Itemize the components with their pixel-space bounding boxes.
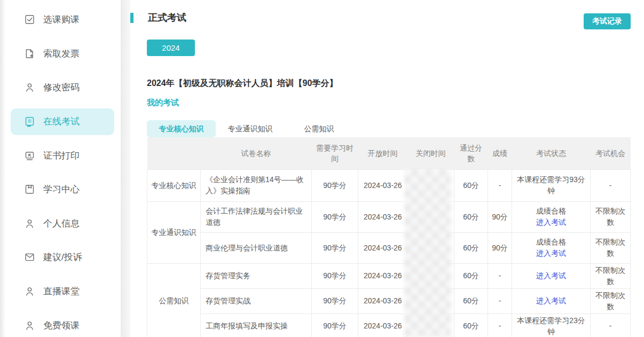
study-time-cell: 90学分	[312, 169, 358, 201]
open-time-cell: 2024-03-26	[358, 232, 407, 263]
exam-name-cell: 存货管理实务	[201, 263, 312, 288]
exam-chances-cell: 不限制次数	[591, 232, 631, 263]
column-header: 考试状态	[512, 137, 591, 169]
certificate-icon	[24, 150, 35, 161]
sidebar-item-免费领课[interactable]: 免费领课	[5, 308, 121, 337]
sidebar-item-证书打印[interactable]: 证书打印	[5, 138, 121, 173]
exam-table: 试卷名称需要学习时间开放时间关闭时间通过分数成绩考试状态考试机会 专业核心知识《…	[147, 137, 631, 337]
user-icon	[24, 82, 35, 93]
status-text: 成绩合格	[514, 237, 588, 248]
exam-chances-cell: 不限制次数	[591, 288, 631, 314]
status-text: 本课程还需学习23分钟	[514, 315, 588, 337]
open-time-cell: 2024-03-26	[358, 169, 407, 201]
tab-专业通识知识[interactable]: 专业通识知识	[216, 120, 285, 137]
pass-score-cell: 60分	[454, 314, 488, 337]
sidebar-item-pill: 建议/投诉	[11, 244, 114, 271]
sidebar-item-label: 在线考试	[43, 115, 80, 128]
user-icon	[24, 218, 35, 229]
group-cell: 公需知识	[147, 263, 201, 337]
sidebar-item-索取发票[interactable]: 索取发票	[5, 37, 121, 71]
sidebar-item-pill: 在线考试	[11, 108, 114, 135]
table-row: 专业核心知识《企业会计准则第14号——收入》实操指南90学分2024-03-26…	[147, 169, 631, 201]
sidebar-item-label: 建议/投诉	[43, 251, 82, 263]
open-time-cell: 2024-03-26	[358, 288, 407, 314]
table-row: 公需知识存货管理实务90学分2024-03-2660分-进入考试不限制次数	[147, 263, 631, 288]
exam-name-cell: 《企业会计准则第14号——收入》实操指南	[201, 169, 312, 201]
exam-chances-cell: -	[591, 169, 631, 201]
score-cell: -	[488, 288, 512, 314]
sidebar-item-选课购课[interactable]: 选课购课	[5, 3, 121, 37]
mail-icon	[24, 252, 35, 263]
sidebar-item-pill: 学习中心	[11, 176, 114, 203]
exam-table-head: 试卷名称需要学习时间开放时间关闭时间通过分数成绩考试状态考试机会	[147, 137, 631, 169]
study-time-cell: 90学分	[312, 201, 358, 232]
score-cell: 90分	[488, 201, 512, 232]
exam-status-cell: 进入考试	[512, 263, 591, 288]
exam-name-cell: 会计工作法律法规与会计职业道德	[201, 201, 312, 232]
user-icon	[24, 286, 35, 297]
study-time-cell: 90学分	[312, 263, 358, 288]
sidebar-item-个人信息[interactable]: 个人信息	[5, 207, 121, 241]
open-time-cell: 2024-03-26	[358, 314, 407, 337]
status-text: 成绩合格	[514, 206, 588, 217]
sidebar-item-label: 修改密码	[43, 81, 80, 93]
tab-公需知识[interactable]: 公需知识	[285, 120, 354, 137]
open-time-cell: 2024-03-26	[358, 263, 407, 288]
score-cell: -	[488, 314, 512, 337]
enter-exam-link[interactable]: 进入考试	[514, 295, 588, 307]
column-header: 考试机会	[591, 137, 631, 169]
sidebar-item-label: 个人信息	[43, 217, 80, 230]
open-time-cell: 2024-03-26	[358, 201, 407, 232]
table-row: 专业通识知识会计工作法律法规与会计职业道德90学分2024-03-2660分90…	[147, 201, 631, 232]
sidebar-item-label: 索取发票	[43, 48, 80, 60]
table-row: 商业伦理与会计职业道德90学分2024-03-2660分90分成绩合格进入考试不…	[147, 232, 631, 263]
group-cell: 专业通识知识	[147, 201, 201, 263]
exam-records-button[interactable]: 考试记录	[584, 13, 631, 29]
enter-exam-link[interactable]: 进入考试	[514, 217, 588, 228]
enter-exam-link[interactable]: 进入考试	[514, 270, 588, 281]
user-icon	[24, 320, 35, 331]
sidebar-item-修改密码[interactable]: 修改密码	[5, 70, 121, 105]
sidebar-item-pill: 修改密码	[11, 74, 114, 101]
enter-exam-link[interactable]: 进入考试	[514, 248, 588, 259]
sidebar-item-pill: 个人信息	[11, 210, 114, 237]
tab-专业核心知识[interactable]: 专业核心知识	[147, 120, 216, 137]
pass-score-cell: 60分	[454, 263, 488, 288]
sidebar-item-pill: 免费领课	[11, 312, 114, 337]
exam-name-cell: 存货管理实战	[201, 288, 312, 314]
sidebar-item-label: 学习中心	[43, 183, 80, 195]
bookmark-icon	[24, 184, 35, 195]
year-tab-2024[interactable]: 2024	[147, 40, 195, 56]
sidebar-divider	[121, 0, 130, 337]
course-title: 2024年【初级及无职称会计人员】培训【90学分】	[147, 78, 337, 89]
sidebar-item-pill: 证书打印	[11, 142, 114, 169]
pass-score-cell: 60分	[454, 201, 488, 232]
pass-score-cell: 60分	[454, 232, 488, 263]
exam-name-cell: 工商年报填写及申报实操	[201, 314, 312, 337]
table-row: 工商年报填写及申报实操90学分2024-03-2660分-本课程还需学习23分钟…	[147, 314, 631, 337]
sidebar-item-label: 证书打印	[43, 150, 80, 162]
column-header: 通过分数	[454, 137, 488, 169]
pass-score-cell: 60分	[454, 288, 488, 314]
exam-status-cell: 本课程还需学习93分钟	[512, 169, 591, 201]
column-header: 试卷名称	[201, 137, 312, 169]
exam-table-body: 专业核心知识《企业会计准则第14号——收入》实操指南90学分2024-03-26…	[147, 169, 631, 337]
sidebar-item-建议/投诉[interactable]: 建议/投诉	[5, 240, 121, 275]
sidebar-item-pill: 索取发票	[11, 40, 114, 67]
my-exam-label: 我的考试	[147, 98, 179, 108]
page-left-edge	[0, 0, 5, 337]
score-cell: -	[488, 263, 512, 288]
table-row: 存货管理实战90学分2024-03-2660分-进入考试不限制次数	[147, 288, 631, 314]
exam-name-cell: 商业伦理与会计职业道德	[201, 232, 312, 263]
exam-chances-cell: 不限制次数	[591, 263, 631, 288]
column-header: 开放时间	[358, 137, 407, 169]
sidebar: 选课购课索取发票修改密码在线考试证书打印学习中心个人信息建议/投诉直播课堂免费领…	[5, 0, 121, 337]
pass-score-cell: 60分	[454, 169, 488, 201]
page-title: 正式考试	[148, 11, 186, 24]
section-accent-bar	[130, 13, 133, 23]
sidebar-item-学习中心[interactable]: 学习中心	[5, 173, 121, 207]
sidebar-item-直播课堂[interactable]: 直播课堂	[5, 275, 121, 309]
status-text: 本课程还需学习93分钟	[514, 174, 588, 197]
sidebar-item-在线考试[interactable]: 在线考试	[5, 105, 121, 139]
exam-status-cell: 进入考试	[512, 288, 591, 314]
